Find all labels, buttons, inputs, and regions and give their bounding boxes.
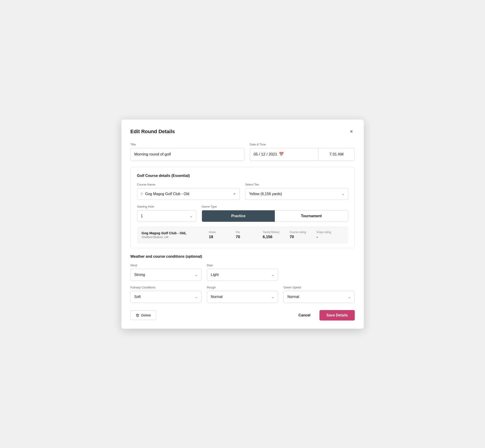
select-tee-label: Select Tee	[245, 183, 348, 186]
holes-label: Holes	[209, 231, 216, 234]
starting-hole-label: Starting Hole	[137, 205, 196, 208]
fairway-group: Fairway Conditions Soft Normal Firm ⌄	[130, 286, 202, 303]
green-speed-label: Green Speed	[283, 286, 355, 289]
course-rating-label: Course rating	[290, 231, 306, 234]
calendar-icon: 📅	[279, 152, 284, 157]
game-type-label: Game Type	[202, 205, 348, 208]
wind-dropdown[interactable]: None Light Moderate Strong	[130, 269, 202, 281]
time-value: 7:31 AM	[329, 152, 343, 157]
modal-title: Edit Round Details	[130, 129, 175, 135]
starting-hole-group: Starting Hole 1 2 10 ⌄	[137, 205, 196, 222]
save-button[interactable]: Save Details	[319, 310, 355, 320]
fairway-dropdown[interactable]: Soft Normal Firm	[130, 291, 202, 303]
close-button[interactable]: ×	[348, 128, 355, 136]
game-type-toggle: Practice Tournament	[202, 210, 348, 222]
hole-gametype-row: Starting Hole 1 2 10 ⌄ Game Type Practic…	[137, 205, 348, 222]
course-name-label: Course Name	[137, 183, 240, 186]
edit-round-modal: Edit Round Details × Title Date & Time 0…	[121, 120, 364, 329]
holes-value: 18	[209, 235, 213, 239]
search-icon: ⚲	[140, 192, 143, 196]
time-field[interactable]: 7:31 AM	[318, 148, 355, 161]
practice-button[interactable]: Practice	[202, 210, 275, 222]
delete-label: Delete	[141, 313, 151, 317]
rain-group: Rain None Light Moderate Heavy ⌄	[207, 264, 278, 281]
datetime-label: Date & Time	[250, 143, 355, 146]
course-info-name: Gog Magog Golf Club - Old, Shelford Bott…	[142, 231, 209, 239]
fairway-select-wrap: Soft Normal Firm ⌄	[130, 291, 202, 303]
select-tee-wrap: Yellow (6,156 yards) White (6,500 yards)…	[245, 188, 348, 200]
fairway-label: Fairway Conditions	[130, 286, 202, 289]
delete-button[interactable]: Delete	[130, 310, 156, 320]
modal-footer: Delete Cancel Save Details	[130, 308, 355, 320]
wind-select-wrap: None Light Moderate Strong ⌄	[130, 269, 202, 281]
slope-rating-label: Slope rating	[316, 231, 331, 234]
yards-stat: Yards(Yellow) 6,156	[263, 231, 290, 239]
rough-group: Rough Normal Light Heavy ⌄	[207, 286, 278, 303]
datetime-row: 05 / 12 / 2021 📅 7:31 AM	[250, 148, 355, 161]
footer-right: Cancel Save Details	[295, 310, 355, 320]
select-tee-dropdown[interactable]: Yellow (6,156 yards) White (6,500 yards)…	[245, 188, 348, 200]
title-label: Title	[130, 143, 244, 146]
trash-icon	[136, 313, 139, 317]
wind-group: Wind None Light Moderate Strong ⌄	[130, 264, 202, 281]
rain-select-wrap: None Light Moderate Heavy ⌄	[207, 269, 278, 281]
course-info-main-name: Gog Magog Golf Club - Old,	[142, 231, 209, 235]
slope-rating-value: -	[316, 235, 318, 239]
date-value: 05 / 12 / 2021	[254, 152, 277, 157]
course-name-input-wrap[interactable]: ⚲ ×	[137, 188, 240, 200]
course-name-group: Course Name ⚲ ×	[137, 183, 240, 200]
date-field[interactable]: 05 / 12 / 2021 📅	[250, 148, 318, 161]
weather-section-title: Weather and course conditions (optional)	[130, 255, 355, 259]
golf-section-card: Golf Course details (Essential) Course N…	[130, 167, 355, 248]
yards-label: Yards(Yellow)	[263, 231, 279, 234]
tournament-button[interactable]: Tournament	[275, 210, 348, 222]
par-stat: Par 70	[236, 231, 263, 239]
top-fields-row: Title Date & Time 05 / 12 / 2021 📅 7:31 …	[130, 143, 355, 161]
game-type-group: Game Type Practice Tournament	[202, 205, 348, 222]
wind-rain-row: Wind None Light Moderate Strong ⌄ Rain N…	[130, 264, 355, 281]
course-name-input[interactable]	[145, 192, 230, 196]
weather-section: Weather and course conditions (optional)…	[130, 255, 355, 303]
title-group: Title	[130, 143, 244, 161]
rain-label: Rain	[207, 264, 278, 267]
rough-select-wrap: Normal Light Heavy ⌄	[207, 291, 278, 303]
select-tee-group: Select Tee Yellow (6,156 yards) White (6…	[245, 183, 348, 200]
course-name-clear-button[interactable]: ×	[233, 192, 236, 196]
rough-dropdown[interactable]: Normal Light Heavy	[207, 291, 278, 303]
green-speed-select-wrap: Normal Slow Fast ⌄	[283, 291, 355, 303]
modal-header: Edit Round Details ×	[130, 128, 355, 136]
slope-rating-stat: Slope rating -	[316, 231, 343, 239]
starting-hole-dropdown[interactable]: 1 2 10	[137, 210, 196, 222]
rough-label: Rough	[207, 286, 278, 289]
datetime-group: Date & Time 05 / 12 / 2021 📅 7:31 AM	[250, 143, 355, 161]
green-speed-dropdown[interactable]: Normal Slow Fast	[283, 291, 355, 303]
par-label: Par	[236, 231, 240, 234]
golf-section-title: Golf Course details (Essential)	[137, 174, 348, 178]
rain-dropdown[interactable]: None Light Moderate Heavy	[207, 269, 278, 281]
cancel-button[interactable]: Cancel	[295, 311, 314, 320]
course-info-location: Shelford Bottom, UK	[142, 235, 209, 239]
starting-hole-wrap: 1 2 10 ⌄	[137, 210, 196, 222]
wind-label: Wind	[130, 264, 202, 267]
title-input[interactable]	[130, 148, 244, 161]
course-info-row: Gog Magog Golf Club - Old, Shelford Bott…	[137, 226, 348, 243]
fairway-rough-green-row: Fairway Conditions Soft Normal Firm ⌄ Ro…	[130, 286, 355, 303]
course-rating-value: 70	[290, 235, 294, 239]
course-rating-stat: Course rating 70	[290, 231, 316, 239]
par-value: 70	[236, 235, 240, 239]
holes-stat: Holes 18	[209, 231, 236, 239]
yards-value: 6,156	[263, 235, 273, 239]
green-speed-group: Green Speed Normal Slow Fast ⌄	[283, 286, 355, 303]
course-tee-row: Course Name ⚲ × Select Tee Yellow (6,156…	[137, 183, 348, 200]
